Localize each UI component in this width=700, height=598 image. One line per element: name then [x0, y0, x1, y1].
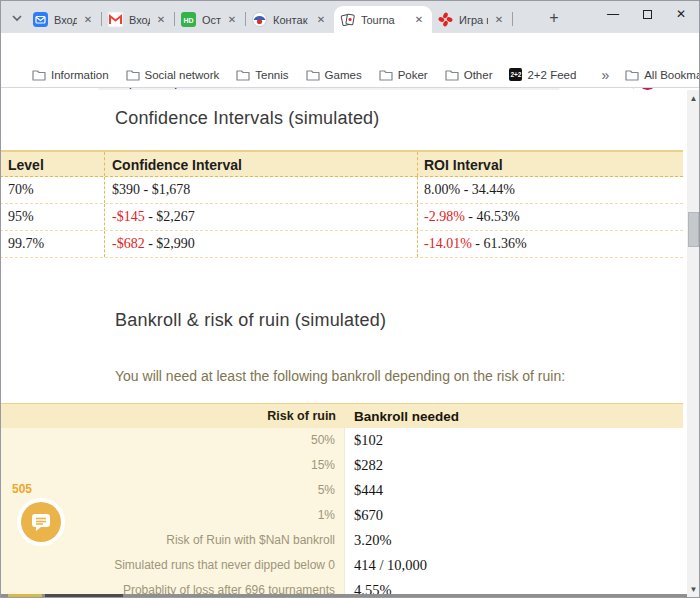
new-tab-button[interactable]: + [543, 7, 565, 29]
close-button[interactable]: ✕ [664, 0, 698, 28]
tab[interactable]: Входящ✕ [27, 6, 101, 33]
table-row: 50%$102 [0, 428, 683, 453]
confidence-interval-cell: $390 - $1,678 [105, 177, 418, 203]
bookmark-label: Social network [145, 69, 220, 81]
tab-close-icon[interactable]: ✕ [492, 13, 506, 27]
risk-label-cell: 15% [0, 453, 345, 478]
folder-icon [32, 69, 46, 81]
bankroll-intro-text: You will need at least the following ban… [115, 365, 578, 388]
bookmark-item[interactable]: Social network [126, 69, 220, 81]
cards-icon [340, 12, 355, 27]
folder-icon [236, 69, 250, 81]
scroll-up-arrow[interactable]: ▲ [687, 92, 700, 105]
tab-label: Входящ [54, 14, 77, 26]
bookmark-label: Other [464, 69, 493, 81]
level-cell: 95% [0, 204, 105, 230]
bookmark-item[interactable]: Information [32, 69, 109, 81]
table-row: Simulated runs that never dipped below 0… [0, 553, 683, 578]
col-header-confidence-interval: Confidence Interval [105, 152, 418, 176]
tab-label: Входящ [129, 14, 150, 26]
range-low: -$682 [112, 236, 145, 251]
scrollbar-thumb[interactable] [688, 212, 699, 247]
tab-close-icon[interactable]: ✕ [412, 13, 426, 27]
range-low: $390 [112, 182, 140, 197]
tab-search-button[interactable] [8, 9, 26, 27]
col-header-bankroll-needed: Bankroll needed [345, 404, 683, 429]
bankroll-value-cell: $282 [345, 453, 683, 478]
range-low: -14.01% [424, 236, 472, 251]
range-high: 46.53% [477, 209, 520, 224]
tab-separator [512, 12, 513, 26]
minimize-button[interactable]: — [596, 0, 630, 28]
range-high: $1,678 [152, 182, 191, 197]
tab-strip: Входящ✕Входящ✕HDОстать✕Контак✕Tourna✕Игр… [0, 0, 700, 33]
maximize-button[interactable] [630, 0, 664, 28]
bookmark-label: 2+2 Feed [527, 69, 576, 81]
chevron-down-icon [11, 12, 23, 24]
range-high: $2,267 [156, 209, 195, 224]
risk-label-cell: Simulated runs that never dipped below 0 [0, 553, 345, 578]
table-row: Risk of Ruin with $NaN bankroll3.20% [0, 528, 683, 553]
bankroll-table: Risk of ruin Bankroll needed 50%$10215%$… [0, 403, 683, 598]
bookmarks-overflow-button[interactable]: » [593, 67, 617, 83]
tab[interactable]: HDОстать✕ [175, 6, 245, 33]
tab-close-icon[interactable]: ✕ [225, 13, 239, 27]
risk-label-cell: 50% [0, 428, 345, 453]
bookmark-item[interactable]: Games [306, 69, 362, 81]
chat-widget-button[interactable] [17, 498, 65, 546]
table-row: 15%$282 [0, 453, 683, 478]
all-bookmarks-button[interactable]: All Bookmarks [625, 69, 700, 81]
bookmark-label: Tennis [255, 69, 288, 81]
bookmark-item[interactable]: Other [445, 69, 493, 81]
col-header-level: Level [0, 152, 105, 176]
tabs-container: Входящ✕Входящ✕HDОстать✕Контак✕Tourna✕Игр… [27, 0, 513, 33]
col-header-risk-of-ruin: Risk of ruin [0, 404, 345, 429]
confidence-interval-cell: -$682 - $2,990 [105, 231, 418, 257]
bookmark-label: Games [325, 69, 362, 81]
confidence-interval-cell: -$145 - $2,267 [105, 204, 418, 230]
tab[interactable]: Контак✕ [246, 6, 334, 33]
all-bookmarks-label: All Bookmarks [644, 69, 700, 81]
bookmark-item[interactable]: Tennis [236, 69, 288, 81]
risk-label-cell: 5% [0, 478, 345, 503]
range-low: -2.98% [424, 209, 465, 224]
confidence-table: Level Confidence Interval ROI Interval 7… [0, 150, 683, 258]
table-row: 1%$670 [0, 503, 683, 528]
tab-close-icon[interactable]: ✕ [154, 13, 168, 27]
bookmark-item[interactable]: 2+22+2 Feed [509, 68, 576, 81]
cut-off-yellow-fragment [8, 594, 42, 598]
bookmarks-bar: InformationSocial networkTennisGamesPoke… [0, 62, 700, 88]
bookmark-item[interactable]: Poker [379, 69, 428, 81]
bankroll-table-body: 50%$10215%$2825%$4441%$670Risk of Ruin w… [0, 428, 683, 598]
folder-icon [306, 69, 320, 81]
roi-interval-cell: -14.01% - 61.36% [418, 231, 683, 257]
bankroll-value-cell: $102 [345, 428, 683, 453]
scroll-down-arrow[interactable]: ▼ [687, 583, 700, 596]
tab-label: Tourna [361, 14, 408, 26]
bankroll-value-cell: 414 / 10,000 [345, 553, 683, 578]
table-row: 99.7%-$682 - $2,990-14.01% - 61.36% [0, 231, 683, 258]
table-row: 95%-$145 - $2,267-2.98% - 46.53% [0, 204, 683, 231]
table-row: 70%$390 - $1,6788.00% - 34.44% [0, 177, 683, 204]
emblem-icon [252, 12, 267, 27]
chart-tick-label: 505 [12, 482, 32, 496]
tab-label: Игра в [459, 14, 488, 26]
tab-label: Остать [202, 14, 221, 26]
folder-icon [379, 69, 393, 81]
hd-icon: HD [181, 12, 196, 27]
tab-close-icon[interactable]: ✕ [81, 13, 95, 27]
level-cell: 99.7% [0, 231, 105, 257]
folder-icon [625, 69, 639, 81]
roi-interval-cell: 8.00% - 34.44% [418, 177, 683, 203]
maximize-icon [643, 10, 652, 19]
bookmark-label: Poker [398, 69, 428, 81]
tab-close-icon[interactable]: ✕ [314, 13, 328, 27]
bookmark-items: InformationSocial networkTennisGamesPoke… [32, 68, 593, 81]
range-high: 34.44% [472, 182, 515, 197]
tab[interactable]: Игра в✕ [432, 6, 512, 33]
vertical-scrollbar[interactable]: ▲ ▼ [687, 90, 700, 598]
pinwheel-icon [438, 12, 453, 27]
tab-active[interactable]: Tourna✕ [334, 6, 432, 33]
tab[interactable]: Входящ✕ [102, 6, 174, 33]
tab-label: Контак [273, 14, 310, 26]
